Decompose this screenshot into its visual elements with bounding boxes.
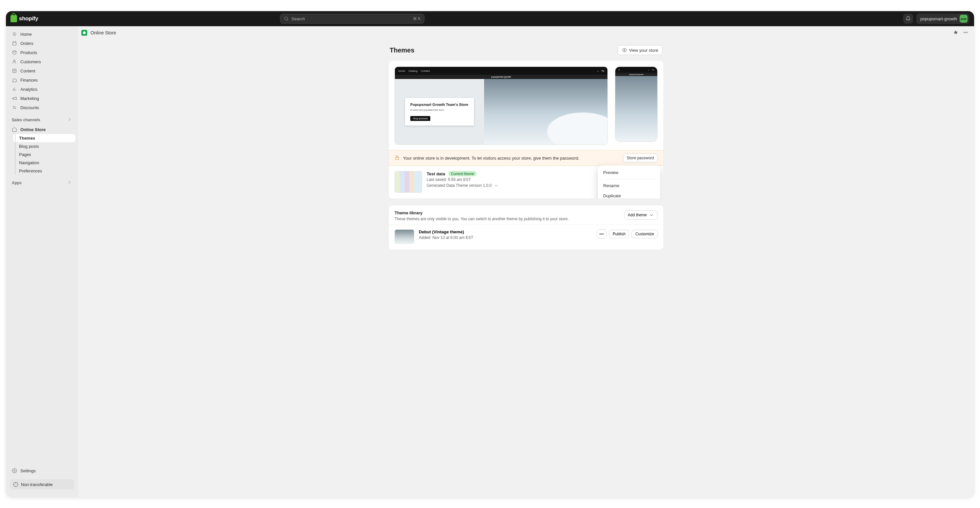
sales-channels-header: Sales channels <box>8 112 75 125</box>
sidebar-sub-navigation[interactable]: Navigation <box>13 159 75 167</box>
sidebar-sub-blog-posts[interactable]: Blog posts <box>13 142 75 151</box>
subheader-label: Online Store <box>91 30 116 35</box>
menu-item-rename[interactable]: Rename <box>600 181 658 191</box>
discounts-icon <box>12 105 17 110</box>
store-icon <box>12 127 17 132</box>
preview-hero-cta: Shop products <box>410 116 430 121</box>
products-icon <box>12 50 17 55</box>
preview-menu-icon: ≡ <box>619 69 620 71</box>
search-icon <box>284 16 289 21</box>
svg-point-10 <box>13 106 14 107</box>
password-warning: Your online store is in development. To … <box>389 150 663 166</box>
add-theme-button[interactable]: Add theme <box>624 210 658 219</box>
theme-version: Generated Data Theme version 1.0.0 <box>427 183 492 188</box>
svg-point-27 <box>601 234 602 235</box>
non-transferable-pill: Non-transferable <box>10 479 74 490</box>
avatar: pop <box>960 15 967 22</box>
sidebar-item-content[interactable]: Content <box>8 66 75 75</box>
menu-item-preview[interactable]: Preview <box>600 167 658 178</box>
svg-rect-2 <box>13 42 16 45</box>
store-password-button[interactable]: Store password <box>623 154 658 162</box>
theme-name: Test data <box>427 171 445 176</box>
preview-nav: Home Catalog Contact ⌕ 🛍 <box>395 67 608 75</box>
library-theme-name: Debut (Vintage theme) <box>419 229 473 234</box>
home-icon <box>12 32 17 37</box>
sidebar-item-products[interactable]: Products <box>8 48 75 57</box>
gear-icon <box>12 468 17 473</box>
content-icon <box>12 68 17 73</box>
library-actions-button[interactable] <box>597 229 606 238</box>
svg-point-28 <box>603 234 603 235</box>
sidebar: HomeOrdersProductsCustomersContentFinanc… <box>6 26 78 497</box>
library-customize-button[interactable]: Customize <box>632 230 658 238</box>
shopify-bag-icon <box>11 15 17 22</box>
svg-point-11 <box>15 108 16 109</box>
notifications-button[interactable] <box>903 14 913 24</box>
sidebar-item-marketing[interactable]: Marketing <box>8 94 75 103</box>
app-shell: shopify Search ⌘ K popupsmart-growth pop… <box>6 11 974 497</box>
analytics-icon <box>12 87 17 92</box>
preview-cart-icon: 🛍 <box>601 70 604 72</box>
sidebar-item-online-store[interactable]: Online Store <box>8 125 75 134</box>
svg-point-21 <box>624 49 625 51</box>
marketing-icon <box>12 96 17 101</box>
page-title: Themes <box>390 46 415 54</box>
content-scroll[interactable]: Themes View your store <box>78 39 974 497</box>
lock-icon <box>395 155 400 161</box>
view-store-button[interactable]: View your store <box>617 45 662 55</box>
publish-button[interactable]: Publish <box>609 230 629 238</box>
subheader: Online Store <box>78 26 974 39</box>
topbar-right: popupsmart-growth pop <box>903 13 969 24</box>
svg-line-1 <box>287 20 288 21</box>
store-switcher[interactable]: popupsmart-growth pop <box>916 13 969 24</box>
svg-line-12 <box>13 106 16 109</box>
chevron-right-icon <box>67 179 72 185</box>
chevron-down-icon <box>649 213 654 217</box>
chevron-down-icon[interactable] <box>493 183 499 188</box>
sidebar-item-settings[interactable]: Settings <box>8 466 75 475</box>
mobile-preview: ≡ ⌕🛍 popupsmart-growth <box>615 67 658 142</box>
eye-icon <box>622 48 627 53</box>
sidebar-item-finances[interactable]: Finances <box>8 75 75 84</box>
svg-point-17 <box>83 32 86 34</box>
info-icon <box>13 482 18 487</box>
menu-item-duplicate[interactable]: Duplicate <box>600 191 658 199</box>
add-channel-button[interactable] <box>67 117 72 123</box>
svg-rect-4 <box>13 69 16 73</box>
svg-point-18 <box>964 32 964 33</box>
apps-header: Apps <box>8 175 75 188</box>
brand-logo: shopify <box>11 15 38 22</box>
library-thumbnail <box>395 229 414 244</box>
library-item: Debut (Vintage theme) Added: Nov 13 at 6… <box>389 224 663 250</box>
sidebar-sub-themes[interactable]: Themes <box>13 134 75 142</box>
preview-banner: popupsmart-growth <box>395 75 608 79</box>
chevron-right-icon <box>67 117 72 122</box>
theme-actions-menu: PreviewRenameDuplicateDownload theme fil… <box>598 165 660 199</box>
svg-point-20 <box>967 32 967 33</box>
sidebar-item-orders[interactable]: Orders <box>8 39 75 48</box>
preview-search-icon: ⌕ <box>597 70 599 72</box>
online-store-icon <box>81 30 87 36</box>
svg-rect-22 <box>396 157 398 160</box>
brand-text: shopify <box>19 16 38 22</box>
svg-point-19 <box>965 32 966 33</box>
current-theme-badge: Current theme <box>449 171 477 176</box>
search-input[interactable]: Search ⌘ K <box>280 14 425 24</box>
dots-horizontal-icon <box>599 232 604 237</box>
add-app-button[interactable] <box>67 179 72 186</box>
svg-point-3 <box>13 60 15 62</box>
library-subtitle: These themes are only visible to you. Yo… <box>395 217 569 221</box>
theme-thumbnail <box>395 171 422 193</box>
body: HomeOrdersProductsCustomersContentFinanc… <box>6 26 974 497</box>
pin-button[interactable] <box>953 30 958 36</box>
finances-icon <box>12 77 17 83</box>
sidebar-item-customers[interactable]: Customers <box>8 57 75 66</box>
sidebar-item-home[interactable]: Home <box>8 30 75 39</box>
theme-library-card: Theme library These themes are only visi… <box>388 205 664 250</box>
sidebar-sub-preferences[interactable]: Preferences <box>13 167 75 175</box>
sidebar-item-analytics[interactable]: Analytics <box>8 84 75 94</box>
sidebar-item-discounts[interactable]: Discounts <box>8 103 75 112</box>
search-shortcut: ⌘ K <box>413 16 420 21</box>
sidebar-sub-pages[interactable]: Pages <box>13 151 75 159</box>
more-button[interactable] <box>963 30 968 36</box>
